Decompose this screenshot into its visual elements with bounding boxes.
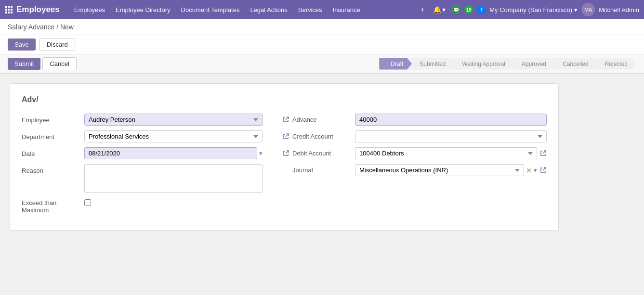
date-picker-icon[interactable]: ▾ — [259, 150, 263, 157]
credit-account-row: Credit Account — [282, 130, 547, 142]
svg-rect-4 — [8, 9, 10, 11]
company-name: My Company (San Francisco) — [489, 6, 572, 13]
reason-textarea[interactable] — [84, 164, 263, 193]
department-label: Department — [22, 130, 84, 141]
svg-rect-0 — [5, 6, 7, 8]
form-left: Employee Audrey Peterson Department Prof… — [22, 114, 263, 218]
notifications-button[interactable]: 🔔 ▾ — [431, 4, 448, 15]
main-content: Adv/ Employee Audrey Peterson Department — [0, 74, 644, 240]
app-title: Employees — [16, 5, 60, 14]
advance-external-link-icon[interactable] — [282, 116, 289, 124]
breadcrumb: Salary Advance / New — [0, 19, 644, 35]
user-name: Mitchell Admin — [599, 6, 639, 13]
debit-account-row: Debit Account 100400 Debtors — [282, 147, 547, 159]
date-control: ▾ — [84, 147, 263, 159]
debit-account-select[interactable]: 100400 Debtors — [355, 147, 537, 159]
employee-label: Employee — [22, 114, 84, 124]
save-button[interactable]: Save — [8, 38, 36, 51]
advance-input[interactable] — [355, 114, 547, 126]
date-label: Date — [22, 147, 84, 157]
add-button[interactable]: + — [418, 4, 427, 15]
pipeline: Draft Submitted Waiting Approval Approve… — [379, 58, 636, 70]
action-bar: Save Discard — [0, 35, 644, 54]
advance-row: Advance — [282, 114, 547, 126]
nav-insurance[interactable]: Insurance — [328, 3, 365, 16]
credit-account-select[interactable] — [355, 130, 547, 142]
employee-row: Employee Audrey Peterson — [22, 114, 263, 126]
bell-icon: 🔔 — [433, 6, 441, 13]
credit-account-external-link-icon[interactable] — [282, 133, 289, 141]
pipeline-step-waiting[interactable]: Waiting Approval — [450, 58, 514, 70]
credit-account-label: Credit Account — [292, 133, 355, 140]
department-select[interactable]: Professional Services — [84, 130, 263, 142]
reason-label: Reason — [22, 164, 84, 174]
exceed-row: Exceed than Maximum — [22, 198, 263, 214]
exceed-label: Exceed than Maximum — [22, 198, 84, 214]
chat-icon: 💬 — [453, 7, 459, 13]
reason-control — [84, 164, 263, 193]
svg-rect-6 — [5, 12, 7, 13]
advance-label: Advance — [292, 116, 355, 123]
navbar-right: + 🔔 ▾ 💬 19 7 My Company (San Francisco) … — [418, 3, 639, 16]
messages-badge[interactable]: 💬 — [452, 5, 460, 14]
discard-button[interactable]: Discard — [39, 38, 75, 51]
pipeline-step-approved[interactable]: Approved — [510, 58, 555, 70]
svg-rect-2 — [11, 6, 13, 8]
journal-label: Journal — [292, 167, 355, 174]
form-body: Employee Audrey Peterson Department Prof… — [22, 114, 547, 218]
user-initials: MA — [584, 7, 592, 13]
debit-account-label: Debit Account — [292, 150, 355, 157]
svg-rect-8 — [11, 12, 13, 13]
messages-count-badge: 7 — [477, 5, 486, 14]
svg-line-10 — [286, 134, 288, 137]
journal-control: Miscellaneous Operations (INR) ✕ ▾ — [355, 164, 547, 176]
company-caret: ▾ — [574, 6, 578, 13]
status-bar: Submit Cancel Draft Submitted Waiting Ap… — [0, 54, 644, 74]
date-row: Date ▾ — [22, 147, 263, 159]
employee-select[interactable]: Audrey Peterson — [84, 114, 263, 126]
cancel-button[interactable]: Cancel — [42, 57, 76, 70]
journal-row: Journal Miscellaneous Operations (INR) ✕… — [282, 164, 547, 176]
notification-caret: ▾ — [442, 6, 446, 13]
svg-rect-3 — [5, 9, 7, 11]
svg-line-11 — [286, 151, 288, 154]
nav-legal-actions[interactable]: Legal Actions — [245, 3, 292, 16]
department-row: Department Professional Services — [22, 130, 263, 142]
credit-account-control — [355, 130, 547, 142]
grid-icon[interactable] — [5, 6, 13, 13]
journal-clear-button[interactable]: ✕ — [524, 167, 534, 174]
pipeline-step-cancelled[interactable]: Cancelled — [551, 58, 597, 70]
date-input[interactable] — [84, 147, 257, 159]
journal-select[interactable]: Miscellaneous Operations (INR) — [355, 164, 524, 176]
svg-line-9 — [286, 117, 288, 120]
debit-account-external-link-icon[interactable] — [282, 150, 289, 157]
form-right: Advance Credit Account — [282, 114, 547, 218]
nav-employee-directory[interactable]: Employee Directory — [111, 3, 175, 16]
employee-control: Audrey Peterson — [84, 114, 263, 126]
avatar[interactable]: MA — [581, 3, 595, 16]
breadcrumb-text: Salary Advance / New — [8, 23, 74, 31]
pipeline-step-rejected[interactable]: Rejected — [593, 58, 636, 70]
journal-link-icon[interactable] — [539, 167, 547, 174]
svg-rect-1 — [8, 6, 10, 8]
debit-account-link-icon[interactable] — [539, 150, 547, 157]
svg-rect-7 — [8, 12, 10, 13]
department-control: Professional Services — [84, 130, 263, 142]
journal-select-wrapper: Miscellaneous Operations (INR) ✕ ▾ — [355, 164, 537, 176]
submit-button[interactable]: Submit — [8, 58, 40, 70]
nav-services[interactable]: Services — [293, 3, 327, 16]
journal-dropdown-icon[interactable]: ▾ — [534, 167, 537, 174]
company-selector[interactable]: My Company (San Francisco) ▾ — [489, 6, 578, 13]
main-nav: Employees Employee Directory Document Te… — [69, 3, 418, 16]
pipeline-step-submitted[interactable]: Submitted — [408, 58, 454, 70]
pipeline-step-draft[interactable]: Draft — [379, 58, 412, 70]
advance-control — [355, 114, 547, 126]
nav-document-templates[interactable]: Document Templates — [176, 3, 245, 16]
exceed-checkbox[interactable] — [84, 199, 91, 206]
svg-rect-5 — [11, 9, 13, 11]
navbar: Employees Employees Employee Directory D… — [0, 0, 644, 19]
debit-account-control: 100400 Debtors — [355, 147, 547, 159]
nav-employees[interactable]: Employees — [69, 3, 110, 16]
notifications-count-badge: 19 — [464, 5, 473, 14]
form-title: Adv/ — [22, 95, 547, 104]
